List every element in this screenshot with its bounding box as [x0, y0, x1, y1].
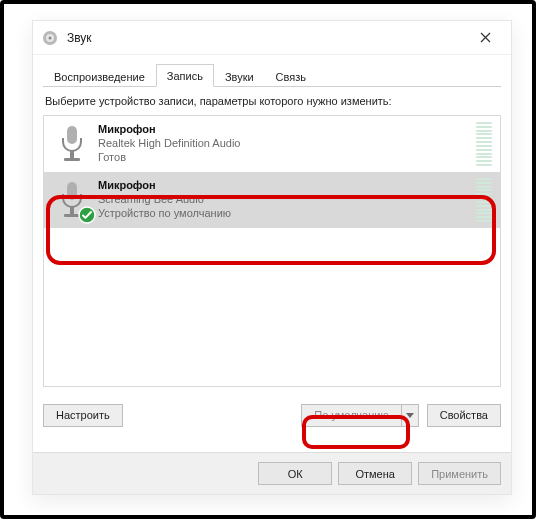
set-default-splitbutton: По умолчанию: [301, 404, 418, 427]
microphone-icon: [50, 178, 94, 222]
device-name: Микрофон: [98, 179, 476, 193]
microphone-icon: [50, 122, 94, 166]
svg-rect-7: [70, 206, 74, 214]
set-default-button[interactable]: По умолчанию: [301, 404, 400, 427]
device-item[interactable]: Микрофон Realtek High Definition Audio Г…: [44, 116, 500, 172]
level-meter: [476, 122, 492, 166]
chevron-down-icon: [406, 413, 414, 418]
dialog-footer: ОК Отмена Применить: [33, 452, 511, 494]
svg-rect-3: [67, 126, 77, 144]
cancel-button[interactable]: Отмена: [338, 462, 412, 485]
device-item[interactable]: Микрофон Screaming Bee Audio Устройство …: [44, 172, 500, 228]
recording-device-list[interactable]: Микрофон Realtek High Definition Audio Г…: [43, 115, 501, 387]
set-default-dropdown[interactable]: [401, 404, 419, 427]
ok-button[interactable]: ОК: [258, 462, 332, 485]
properties-button[interactable]: Свойства: [427, 404, 501, 427]
instruction-text: Выберите устройство записи, параметры ко…: [45, 95, 499, 107]
close-icon: [480, 32, 491, 43]
svg-rect-6: [67, 182, 77, 200]
device-status: Устройство по умолчанию: [98, 207, 476, 221]
device-name: Микрофон: [98, 123, 476, 137]
tab-sounds[interactable]: Звуки: [214, 65, 265, 87]
configure-button[interactable]: Настроить: [43, 404, 123, 427]
svg-point-2: [49, 36, 52, 39]
close-button[interactable]: [467, 24, 503, 52]
apply-button[interactable]: Применить: [418, 462, 501, 485]
sound-dialog: Звук Воспроизведение Запись Звуки Связь …: [32, 20, 512, 495]
device-driver: Screaming Bee Audio: [98, 193, 476, 207]
titlebar: Звук: [33, 21, 511, 55]
svg-rect-4: [70, 150, 74, 158]
tab-recording[interactable]: Запись: [156, 64, 214, 87]
default-check-icon: [78, 206, 96, 224]
tab-comm[interactable]: Связь: [265, 65, 317, 87]
sound-icon: [41, 29, 59, 47]
tab-bar: Воспроизведение Запись Звуки Связь: [43, 61, 501, 87]
level-meter: [476, 178, 492, 222]
device-driver: Realtek High Definition Audio: [98, 137, 476, 151]
tab-playback[interactable]: Воспроизведение: [43, 65, 156, 87]
window-title: Звук: [67, 31, 467, 45]
svg-rect-5: [64, 158, 80, 161]
device-status: Готов: [98, 151, 476, 165]
